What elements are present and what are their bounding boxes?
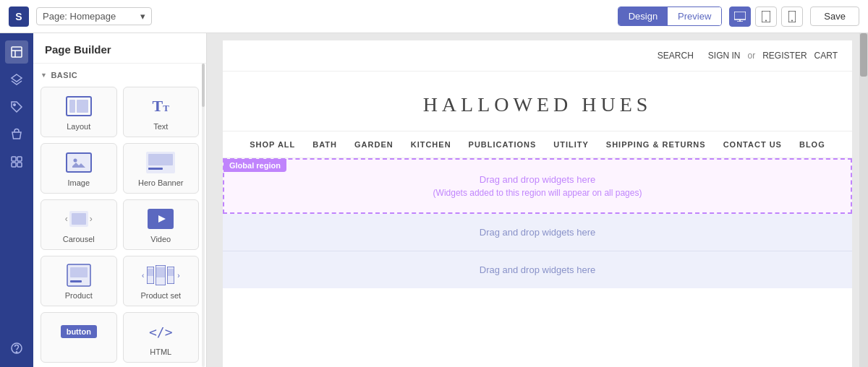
widget-button[interactable]: button button bbox=[41, 312, 117, 363]
widget-grid: Layout TT Text Image bbox=[41, 87, 199, 363]
nav-shipping-returns[interactable]: SHIPPING & RETURNS bbox=[606, 140, 706, 149]
drop-zone-2-text: Drag and drop widgets here bbox=[480, 264, 595, 275]
design-preview-tabs: Design Preview bbox=[618, 7, 723, 26]
button-widget-icon: button bbox=[63, 319, 95, 345]
code-icon: </> bbox=[145, 319, 176, 345]
save-button[interactable]: Save bbox=[810, 7, 859, 26]
widget-video[interactable]: Video bbox=[123, 199, 200, 250]
design-tab[interactable]: Design bbox=[618, 7, 668, 25]
drop-zone-2[interactable]: Drag and drop widgets here bbox=[223, 251, 852, 288]
nav-bath[interactable]: BATH bbox=[312, 140, 337, 149]
drop-zone-1-text: Drag and drop widgets here bbox=[480, 227, 595, 238]
svg-point-11 bbox=[14, 104, 15, 105]
svg-point-6 bbox=[791, 20, 793, 21]
global-region-badge: Global region bbox=[224, 159, 286, 172]
svg-point-4 bbox=[765, 20, 767, 21]
widget-image-label: Image bbox=[67, 178, 90, 187]
svg-rect-34 bbox=[168, 269, 174, 276]
svg-rect-30 bbox=[148, 269, 153, 276]
page-dropdown[interactable]: Page: Homepage ▾ bbox=[36, 7, 152, 25]
svg-rect-14 bbox=[12, 163, 16, 167]
image-icon bbox=[63, 150, 95, 176]
carousel-icon: ‹ › bbox=[63, 206, 95, 232]
left-nav bbox=[0, 33, 33, 367]
svg-rect-7 bbox=[12, 47, 22, 57]
nav-kitchen[interactable]: KITCHEN bbox=[411, 140, 451, 149]
svg-rect-27 bbox=[70, 267, 88, 277]
register-link[interactable]: REGISTER bbox=[762, 51, 807, 61]
widget-code[interactable]: </> HTML bbox=[123, 312, 200, 363]
brand-title: HALLOWED HUES bbox=[223, 72, 852, 131]
desktop-view-button[interactable] bbox=[729, 7, 751, 27]
page-nav: SHOP ALL BATH GARDEN KITCHEN PUBLICATION… bbox=[223, 131, 852, 158]
sign-in-link[interactable]: SIGN IN bbox=[708, 51, 741, 61]
svg-rect-21 bbox=[148, 154, 173, 165]
widget-text-label: Text bbox=[153, 122, 168, 131]
svg-point-17 bbox=[16, 352, 17, 353]
product-icon bbox=[63, 262, 95, 288]
hero-banner-icon bbox=[145, 150, 176, 176]
nav-help-icon[interactable] bbox=[5, 337, 28, 360]
canvas-scroll-thumb[interactable] bbox=[860, 33, 867, 77]
widget-video-label: Video bbox=[150, 235, 171, 243]
top-bar: S Page: Homepage ▾ Design Preview Save bbox=[0, 0, 868, 33]
sidebar-content: BASIC Layout TT Text bbox=[33, 64, 206, 367]
nav-pages-icon[interactable] bbox=[5, 40, 28, 64]
nav-layers-icon[interactable] bbox=[5, 68, 28, 91]
page-header: SEARCH SIGN IN or REGISTER CART bbox=[223, 40, 852, 72]
text-icon: TT bbox=[145, 93, 176, 119]
widget-product-set-label: Product set bbox=[140, 291, 181, 300]
global-region[interactable]: Global region Drag and drop widgets here… bbox=[223, 158, 852, 214]
svg-rect-12 bbox=[12, 157, 16, 161]
nav-blog[interactable]: BLOG bbox=[799, 140, 825, 149]
svg-point-19 bbox=[73, 159, 77, 163]
widget-product[interactable]: Product bbox=[41, 256, 117, 306]
widget-image[interactable]: Image bbox=[41, 143, 117, 194]
svg-marker-10 bbox=[12, 74, 22, 82]
widget-code-label: HTML bbox=[150, 347, 171, 356]
layout-icon bbox=[63, 93, 95, 119]
nav-apps-icon[interactable] bbox=[5, 150, 28, 173]
nav-garden[interactable]: GARDEN bbox=[354, 140, 393, 149]
svg-rect-23 bbox=[148, 168, 157, 170]
nav-contact-us[interactable]: CONTACT US bbox=[723, 140, 782, 149]
view-icons bbox=[729, 7, 803, 27]
widget-text[interactable]: TT Text bbox=[123, 87, 200, 137]
global-region-content: Drag and drop widgets here (Widgets adde… bbox=[224, 160, 851, 212]
svg-rect-0 bbox=[734, 12, 746, 20]
widget-hero-banner[interactable]: Hero Banner bbox=[123, 143, 200, 194]
svg-rect-28 bbox=[70, 280, 82, 282]
global-region-line2: (Widgets added to this region will appea… bbox=[239, 188, 836, 198]
search-link[interactable]: SEARCH bbox=[658, 51, 694, 61]
widget-layout-label: Layout bbox=[67, 122, 90, 131]
canvas-area[interactable]: SEARCH SIGN IN or REGISTER CART HALLOWED… bbox=[207, 33, 868, 367]
drop-zone-1[interactable]: Drag and drop widgets here bbox=[223, 214, 852, 251]
global-region-line1: Drag and drop widgets here bbox=[239, 174, 836, 185]
or-text: or bbox=[748, 51, 756, 61]
widget-hero-banner-label: Hero Banner bbox=[138, 178, 183, 187]
widget-carousel[interactable]: ‹ › Carousel bbox=[41, 199, 117, 250]
widget-layout[interactable]: Layout bbox=[41, 87, 117, 137]
svg-rect-32 bbox=[156, 267, 165, 277]
svg-rect-13 bbox=[17, 157, 22, 161]
nav-utility[interactable]: UTILITY bbox=[553, 140, 589, 149]
product-set-icon: ‹ › bbox=[145, 262, 176, 288]
nav-bag-icon[interactable] bbox=[5, 123, 28, 146]
canvas-scrollbar[interactable] bbox=[859, 33, 868, 367]
svg-rect-15 bbox=[17, 163, 22, 167]
widget-product-label: Product bbox=[65, 291, 93, 300]
nav-tag-icon[interactable] bbox=[5, 95, 28, 118]
logo-icon: S bbox=[9, 7, 29, 27]
cart-link[interactable]: CART bbox=[814, 51, 838, 61]
nav-publications[interactable]: PUBLICATIONS bbox=[469, 140, 537, 149]
sidebar-title: Page Builder bbox=[33, 33, 206, 64]
nav-shop-all[interactable]: SHOP ALL bbox=[250, 140, 295, 149]
main-area: Page Builder BASIC Layout TT T bbox=[0, 33, 868, 367]
page-dropdown-label: Page: Homepage bbox=[43, 11, 116, 22]
widget-carousel-label: Carousel bbox=[63, 235, 95, 243]
widget-product-set[interactable]: ‹ › Product set bbox=[123, 256, 200, 306]
preview-tab[interactable]: Preview bbox=[668, 7, 721, 25]
canvas-page: SEARCH SIGN IN or REGISTER CART HALLOWED… bbox=[223, 40, 852, 367]
tablet-view-button[interactable] bbox=[755, 7, 777, 27]
mobile-view-button[interactable] bbox=[781, 7, 803, 27]
